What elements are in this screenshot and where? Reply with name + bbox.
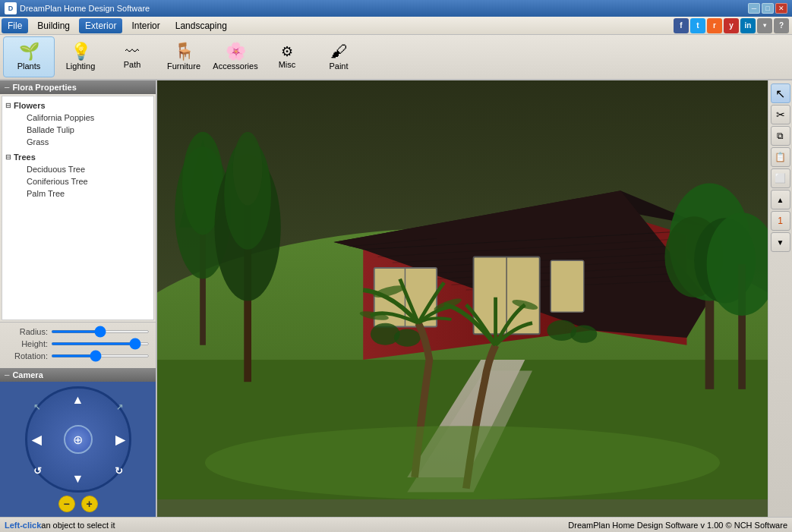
status-action: Left-click bbox=[5, 521, 41, 530]
tool-plants-label: Plants bbox=[17, 61, 41, 71]
camera-right-button[interactable]: ▶ bbox=[115, 433, 125, 447]
scene-svg bbox=[157, 80, 768, 499]
window-controls[interactable]: ─ □ ✕ bbox=[748, 3, 787, 14]
close-button[interactable]: ✕ bbox=[775, 3, 787, 14]
move-down-button[interactable]: ▼ bbox=[771, 232, 790, 252]
menu-exterior[interactable]: Exterior bbox=[79, 18, 122, 33]
main-content: ─ Flora Properties ⊟ Flowers California … bbox=[0, 80, 792, 517]
camera-title: Camera bbox=[12, 370, 43, 379]
item-ballade-tulip[interactable]: Ballade Tulip bbox=[5, 124, 150, 136]
facebook-button[interactable]: f bbox=[674, 18, 689, 33]
trees-expand-icon: ⊟ bbox=[5, 153, 11, 161]
item-deciduous-tree[interactable]: Deciduous Tree bbox=[5, 163, 150, 175]
camera-down-button[interactable]: ▼ bbox=[72, 472, 84, 486]
camera-control: ▲ ▼ ◀ ▶ ↺ ↻ ↖ ↗ ⊕ − + bbox=[0, 382, 156, 517]
tool-furniture[interactable]: 🪑 Furniture bbox=[158, 36, 210, 77]
tool-lighting[interactable]: 💡 Lighting bbox=[55, 36, 106, 77]
rotation-label: Rotation: bbox=[6, 351, 48, 360]
copy-button[interactable]: ⧉ bbox=[771, 126, 790, 146]
radius-row: Radius: bbox=[6, 327, 150, 336]
zoom-out-button[interactable]: − bbox=[58, 496, 75, 512]
rotation-slider[interactable] bbox=[51, 354, 150, 357]
tool-plants[interactable]: 🌱 Plants bbox=[3, 36, 55, 77]
item-grass[interactable]: Grass bbox=[5, 136, 150, 148]
menu-bar: File Building Exterior Interior Landscap… bbox=[0, 17, 792, 35]
flora-header: ─ Flora Properties bbox=[0, 80, 156, 94]
svg-rect-24 bbox=[551, 260, 584, 312]
radius-slider[interactable] bbox=[51, 330, 150, 333]
radius-label: Radius: bbox=[6, 327, 48, 336]
item-coniferious-tree[interactable]: Coniferious Tree bbox=[5, 175, 150, 187]
svg-point-38 bbox=[233, 132, 263, 206]
tool-accessories[interactable]: 🌸 Accessories bbox=[210, 36, 261, 77]
select-tool-button[interactable]: ↖ bbox=[771, 83, 790, 103]
flora-minus-icon[interactable]: ─ bbox=[5, 83, 9, 91]
social-area: f t r y in ▾ ? bbox=[674, 18, 792, 33]
category-trees-label: Trees bbox=[14, 153, 36, 162]
rss-button[interactable]: r bbox=[707, 18, 722, 33]
linkedin-button[interactable]: in bbox=[740, 18, 756, 33]
menu-file[interactable]: File bbox=[2, 18, 28, 33]
more-button[interactable]: ▾ bbox=[757, 18, 772, 33]
category-flowers[interactable]: ⊟ Flowers bbox=[5, 99, 150, 112]
svg-point-27 bbox=[394, 329, 421, 346]
camera-minus-icon[interactable]: ─ bbox=[5, 371, 9, 379]
tool-paint-label: Paint bbox=[329, 61, 348, 71]
camera-rotate-left-button[interactable]: ↺ bbox=[33, 465, 42, 477]
flowers-expand-icon: ⊟ bbox=[5, 102, 11, 109]
zoom-in-button[interactable]: + bbox=[81, 496, 98, 512]
paint-icon: 🖌 bbox=[330, 43, 347, 60]
camera-rotate-right-button[interactable]: ↻ bbox=[115, 465, 123, 477]
item-california-poppies[interactable]: California Poppies bbox=[5, 112, 150, 124]
minimize-button[interactable]: ─ bbox=[748, 3, 760, 14]
camera-tilt-left-button[interactable]: ↖ bbox=[33, 402, 40, 412]
menu-interior[interactable]: Interior bbox=[125, 18, 166, 33]
tool-accessories-label: Accessories bbox=[213, 61, 257, 71]
flora-tree[interactable]: ⊟ Flowers California Poppies Ballade Tul… bbox=[2, 96, 154, 320]
tool-misc[interactable]: ⚙ Misc bbox=[261, 36, 313, 77]
camera-left-button[interactable]: ◀ bbox=[32, 433, 41, 447]
tool-misc-label: Misc bbox=[279, 60, 296, 69]
furniture-icon: 🪑 bbox=[174, 43, 194, 60]
move-up-button[interactable]: ▲ bbox=[771, 190, 790, 209]
tool-path-label: Path bbox=[124, 60, 141, 69]
misc-icon: ⚙ bbox=[281, 45, 293, 58]
status-bar: Left-click an object to select it DreamP… bbox=[0, 517, 792, 532]
status-text: an object to select it bbox=[41, 521, 115, 530]
sliders-area: Radius: Height: Rotation: bbox=[0, 322, 156, 368]
tool-lighting-label: Lighting bbox=[66, 61, 96, 71]
help-button[interactable]: ? bbox=[774, 18, 789, 33]
maximize-button[interactable]: □ bbox=[762, 3, 774, 14]
paste-button[interactable]: 📋 bbox=[771, 147, 790, 167]
app-title: DreamPlan Home Design Software bbox=[20, 4, 748, 13]
camera-center-button[interactable]: ⊕ bbox=[64, 425, 93, 454]
plants-icon: 🌱 bbox=[19, 43, 39, 60]
menu-landscaping[interactable]: Landscaping bbox=[169, 18, 233, 33]
svg-point-29 bbox=[570, 326, 597, 343]
right-toolbar: ↖ ✂ ⧉ 📋 ⬜ ▲ 1 ▼ bbox=[768, 80, 792, 517]
cut-button[interactable]: ✂ bbox=[771, 105, 790, 124]
path-icon: 〰 bbox=[125, 45, 139, 58]
app-version: DreamPlan Home Design Software v 1.00 © … bbox=[568, 521, 787, 530]
tool-paint[interactable]: 🖌 Paint bbox=[313, 36, 364, 77]
camera-tilt-right-button[interactable]: ↗ bbox=[116, 402, 123, 412]
tool-path[interactable]: 〰 Path bbox=[106, 36, 158, 77]
height-row: Height: bbox=[6, 339, 150, 348]
tool-furniture-label: Furniture bbox=[167, 61, 200, 71]
title-bar: D DreamPlan Home Design Software ─ □ ✕ bbox=[0, 0, 792, 17]
height-slider[interactable] bbox=[51, 342, 150, 345]
twitter-button[interactable]: t bbox=[690, 18, 705, 33]
level-1-button[interactable]: 1 bbox=[771, 211, 790, 231]
category-flowers-label: Flowers bbox=[14, 101, 46, 110]
3d-viewport[interactable] bbox=[157, 80, 768, 517]
menu-building[interactable]: Building bbox=[31, 18, 76, 33]
3d-view-button[interactable]: ⬜ bbox=[771, 168, 790, 188]
camera-circle[interactable]: ▲ ▼ ◀ ▶ ↺ ↻ ↖ ↗ ⊕ bbox=[25, 386, 131, 493]
camera-up-button[interactable]: ▲ bbox=[72, 393, 84, 407]
left-panel: ─ Flora Properties ⊟ Flowers California … bbox=[0, 80, 157, 517]
item-palm-tree[interactable]: Palm Tree bbox=[5, 187, 150, 200]
youtube-button[interactable]: y bbox=[724, 18, 739, 33]
rotation-row: Rotation: bbox=[6, 351, 150, 360]
app-icon: D bbox=[5, 2, 17, 14]
category-trees[interactable]: ⊟ Trees bbox=[5, 151, 150, 163]
